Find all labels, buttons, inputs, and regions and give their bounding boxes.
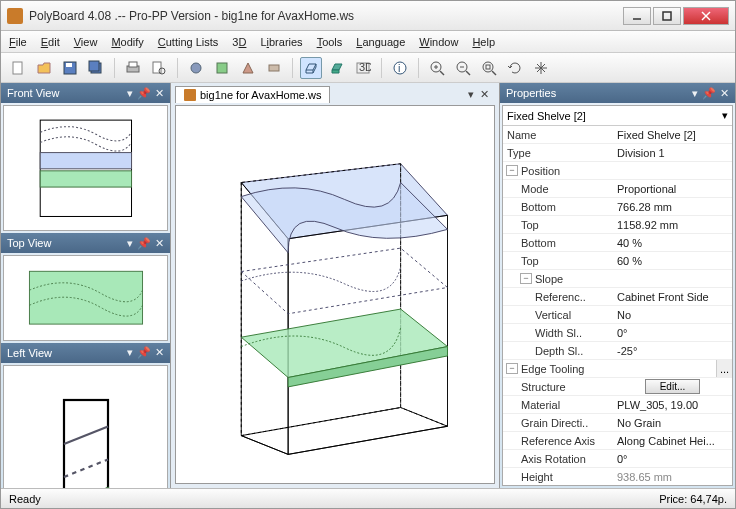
menu-window[interactable]: Window bbox=[419, 36, 458, 48]
properties-header[interactable]: Properties ▾📌✕ bbox=[500, 83, 735, 103]
close-icon[interactable]: ✕ bbox=[155, 237, 164, 250]
edit-structure-button[interactable]: Edit... bbox=[645, 379, 701, 394]
menu-edit[interactable]: Edit bbox=[41, 36, 60, 48]
menu-cuttinglists[interactable]: Cutting Lists bbox=[158, 36, 219, 48]
collapse-icon[interactable]: − bbox=[506, 165, 518, 176]
svg-rect-11 bbox=[153, 62, 161, 73]
svg-rect-31 bbox=[40, 153, 131, 169]
svg-rect-4 bbox=[13, 62, 22, 74]
prop-width-slope[interactable]: 0° bbox=[613, 327, 732, 339]
chevron-down-icon[interactable]: ▾ bbox=[692, 87, 698, 100]
group-slope[interactable]: Slope bbox=[535, 273, 563, 285]
tool4-icon[interactable] bbox=[263, 57, 285, 79]
svg-line-28 bbox=[492, 71, 496, 75]
close-icon[interactable]: ✕ bbox=[720, 87, 729, 100]
props-object-select[interactable]: Fixed Shelve [2]▾ bbox=[503, 106, 732, 126]
info-icon[interactable]: i bbox=[389, 57, 411, 79]
top-view-title: Top View bbox=[7, 237, 51, 249]
print-icon[interactable] bbox=[122, 57, 144, 79]
menu-view[interactable]: View bbox=[74, 36, 98, 48]
pin-icon[interactable]: 📌 bbox=[702, 87, 716, 100]
prop-type[interactable]: Division 1 bbox=[613, 147, 732, 159]
doc-tab-active[interactable]: big1ne for AvaxHome.ws bbox=[175, 86, 330, 103]
chevron-down-icon[interactable]: ▾ bbox=[127, 237, 133, 250]
svg-rect-6 bbox=[66, 63, 72, 67]
app-icon bbox=[7, 8, 23, 24]
svg-rect-15 bbox=[269, 65, 279, 71]
menu-language[interactable]: Language bbox=[356, 36, 405, 48]
svg-rect-8 bbox=[89, 61, 99, 71]
chevron-down-icon[interactable]: ▾ bbox=[722, 109, 728, 122]
menubar: File Edit View Modify Cutting Lists 3D L… bbox=[1, 31, 735, 53]
view-wire-icon[interactable] bbox=[300, 57, 322, 79]
menu-3d[interactable]: 3D bbox=[232, 36, 246, 48]
zoom-in-icon[interactable] bbox=[426, 57, 448, 79]
prop-reference[interactable]: Cabinet Front Side bbox=[613, 291, 732, 303]
prop-mode[interactable]: Proportional bbox=[613, 183, 732, 195]
svg-rect-1 bbox=[663, 12, 671, 20]
close-icon[interactable]: ✕ bbox=[155, 87, 164, 100]
viewport-3d[interactable] bbox=[175, 105, 495, 484]
center-area: big1ne for AvaxHome.ws ▾ ✕ bbox=[171, 83, 499, 488]
collapse-icon[interactable]: − bbox=[520, 273, 532, 284]
open-icon[interactable] bbox=[33, 57, 55, 79]
menu-file[interactable]: File bbox=[9, 36, 27, 48]
close-icon[interactable]: ✕ bbox=[155, 346, 164, 359]
collapse-icon[interactable]: − bbox=[506, 363, 518, 374]
top-view-header[interactable]: Top View ▾📌✕ bbox=[1, 233, 170, 253]
close-icon[interactable]: ✕ bbox=[480, 88, 489, 101]
svg-rect-29 bbox=[486, 65, 490, 69]
tool3-icon[interactable] bbox=[237, 57, 259, 79]
zoom-out-icon[interactable] bbox=[452, 57, 474, 79]
titlebar: PolyBoard 4.08 .-- Pro-PP Version - big1… bbox=[1, 1, 735, 31]
menu-help[interactable]: Help bbox=[472, 36, 495, 48]
prop-bottom-pct[interactable]: 40 % bbox=[613, 237, 732, 249]
prop-bottom-mm[interactable]: 766.28 mm bbox=[613, 201, 732, 213]
view-tex-icon[interactable]: 3D bbox=[352, 57, 374, 79]
prop-top-mm[interactable]: 1158.92 mm bbox=[613, 219, 732, 231]
prop-top-pct[interactable]: 60 % bbox=[613, 255, 732, 267]
view-solid-icon[interactable] bbox=[326, 57, 348, 79]
prop-depth-slope[interactable]: -25° bbox=[613, 345, 732, 357]
close-button[interactable] bbox=[683, 7, 729, 25]
menu-tools[interactable]: Tools bbox=[317, 36, 343, 48]
top-view-canvas[interactable] bbox=[3, 255, 168, 341]
svg-point-27 bbox=[483, 62, 493, 72]
prop-material[interactable]: PLW_305, 19.00 bbox=[613, 399, 732, 411]
chevron-down-icon[interactable]: ▾ bbox=[468, 88, 474, 101]
group-edge-tooling[interactable]: Edge Tooling bbox=[521, 363, 584, 375]
prop-refaxis[interactable]: Along Cabinet Hei... bbox=[613, 435, 732, 447]
toolbar: 3D i bbox=[1, 53, 735, 83]
group-position[interactable]: Position bbox=[521, 165, 560, 177]
pin-icon[interactable]: 📌 bbox=[137, 237, 151, 250]
left-view-header[interactable]: Left View ▾📌✕ bbox=[1, 343, 170, 363]
tool1-icon[interactable] bbox=[185, 57, 207, 79]
save-icon[interactable] bbox=[59, 57, 81, 79]
svg-rect-32 bbox=[40, 171, 131, 187]
pin-icon[interactable]: 📌 bbox=[137, 346, 151, 359]
front-view-title: Front View bbox=[7, 87, 59, 99]
zoom-fit-icon[interactable] bbox=[478, 57, 500, 79]
prop-name[interactable]: Fixed Shelve [2] bbox=[613, 129, 732, 141]
rotate-icon[interactable] bbox=[504, 57, 526, 79]
prop-vertical[interactable]: No bbox=[613, 309, 732, 321]
doc-tabs: big1ne for AvaxHome.ws ▾ ✕ bbox=[171, 83, 499, 105]
prop-axisrot[interactable]: 0° bbox=[613, 453, 732, 465]
saveall-icon[interactable] bbox=[85, 57, 107, 79]
pin-icon[interactable]: 📌 bbox=[137, 87, 151, 100]
chevron-down-icon[interactable]: ▾ bbox=[127, 87, 133, 100]
tool2-icon[interactable] bbox=[211, 57, 233, 79]
chevron-down-icon[interactable]: ▾ bbox=[127, 346, 133, 359]
ellipsis-icon[interactable]: ... bbox=[716, 360, 732, 377]
pan-icon[interactable] bbox=[530, 57, 552, 79]
front-view-canvas[interactable] bbox=[3, 105, 168, 231]
menu-libraries[interactable]: Libraries bbox=[260, 36, 302, 48]
menu-modify[interactable]: Modify bbox=[111, 36, 143, 48]
print-preview-icon[interactable] bbox=[148, 57, 170, 79]
document-icon bbox=[184, 89, 196, 101]
new-icon[interactable] bbox=[7, 57, 29, 79]
maximize-button[interactable] bbox=[653, 7, 681, 25]
prop-grain[interactable]: No Grain bbox=[613, 417, 732, 429]
front-view-header[interactable]: Front View ▾📌✕ bbox=[1, 83, 170, 103]
minimize-button[interactable] bbox=[623, 7, 651, 25]
